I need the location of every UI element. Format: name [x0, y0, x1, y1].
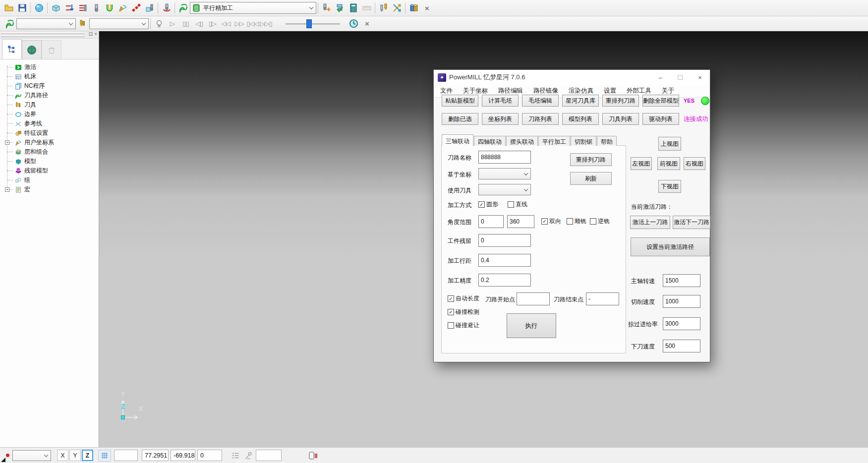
go-end-button[interactable]: ▷▷▯ [259, 17, 273, 30]
conventional-checkbox[interactable]: 逆铣 [590, 217, 610, 226]
dialog-close-button[interactable]: × [690, 70, 710, 85]
step-back-button[interactable]: ◁▯ [192, 17, 206, 30]
rearrange-button[interactable]: 重排列刀路 [570, 153, 612, 166]
rapid-heights-button[interactable] [62, 1, 76, 14]
tree-item-feature-sets[interactable]: 特征设置 [3, 128, 99, 138]
toolpath-name-input[interactable]: 888888 [478, 151, 531, 164]
tree-item-boundaries[interactable]: 边界 [3, 110, 99, 119]
execute-button[interactable]: 执行 [507, 313, 556, 338]
simulation-speed-slider[interactable] [286, 18, 340, 29]
tree-item-workplanes[interactable]: +用户坐标系 [3, 138, 99, 147]
grid-toggle-button[interactable] [98, 450, 111, 462]
pause-button[interactable]: ▯▯ [179, 17, 192, 30]
tab-4axis[interactable]: 四轴联动 [474, 136, 506, 146]
auto-length-checkbox[interactable]: ✓自动长度 [448, 294, 479, 303]
view-top-button[interactable]: 上视图 [658, 137, 681, 151]
stock-remain-input[interactable]: 0 [478, 234, 531, 247]
menu-external-tools[interactable]: 外部工具 [627, 87, 651, 95]
pattern-button[interactable] [129, 1, 143, 14]
tree-item-levels-sets[interactable]: 层和组合 [3, 147, 99, 157]
use-tool-combo[interactable] [478, 184, 531, 195]
menu-render-sim[interactable]: 渲染仿真 [569, 87, 593, 95]
tree-item-stock-models[interactable]: 残留模型 [3, 166, 99, 175]
tolerance-field[interactable] [256, 450, 282, 461]
tolerance-input[interactable]: 0.2 [478, 274, 531, 287]
delete-all-models-button[interactable]: 删除全部模型 [642, 95, 679, 107]
resize-grip[interactable] [1, 458, 5, 462]
end-point-input[interactable]: - [586, 292, 619, 305]
maximize-button[interactable] [670, 70, 690, 85]
search-forward-button[interactable]: ▷▷ [232, 17, 246, 30]
calculator-button[interactable] [347, 1, 360, 14]
collision-avoid-checkbox[interactable]: 碰撞避让 [448, 321, 479, 330]
tab-parallel[interactable]: 平行加工 [538, 136, 570, 146]
activate-prev-button[interactable]: 激活上一刀路 [630, 216, 670, 229]
close-panel-icon[interactable]: × [94, 31, 97, 37]
view-bottom-button[interactable]: 下视图 [658, 180, 681, 193]
tree-item-toolpaths[interactable]: 刀具路径 [3, 91, 99, 100]
toolpath-button[interactable] [176, 1, 190, 14]
tool-library-button[interactable]: 星河刀具库 [562, 95, 599, 107]
tool-pair-button[interactable] [377, 1, 390, 14]
tree-item-machine[interactable]: 机床 [3, 72, 99, 81]
shaded-view-button[interactable] [32, 1, 46, 14]
workplane-button[interactable] [116, 1, 129, 14]
simulation-toolpath-button[interactable] [3, 17, 16, 30]
tab-head-tilt[interactable]: 摆头联动 [506, 136, 538, 146]
climb-checkbox[interactable]: 顺铣 [567, 217, 586, 226]
simulation-tool-button2[interactable] [76, 17, 89, 30]
toolpath-list-button[interactable]: 刀路列表 [522, 113, 559, 125]
delete-selected-button[interactable]: 删除已选 [442, 113, 478, 125]
axis-z-button[interactable]: Z [82, 450, 93, 461]
toolbar-close-button[interactable]: × [420, 1, 434, 14]
dialog-titlebar[interactable]: ✦ PowerMILL 忆梦星河 7.0.6 – × [434, 70, 710, 85]
clipboard-phone-icon[interactable] [306, 450, 319, 462]
tree-item-tools[interactable]: 刀具 [3, 100, 99, 110]
expand-icon[interactable]: + [5, 140, 9, 145]
save-project-button[interactable] [15, 1, 29, 14]
go-start-button[interactable]: ▯◁◁ [246, 17, 259, 30]
boundary-button[interactable] [143, 1, 156, 14]
menu-path-edit[interactable]: 路径编辑 [498, 87, 523, 95]
collision-check-checkbox[interactable]: ✓碰撞检测 [448, 308, 479, 316]
paste-new-model-button[interactable]: 粘贴新模型 [442, 95, 478, 107]
bidirectional-checkbox[interactable]: ✓双向 [541, 217, 561, 226]
tree-item-models[interactable]: 模型 [3, 157, 99, 166]
measure-button[interactable] [360, 1, 373, 14]
spindle-speed-input[interactable]: 1500 [663, 274, 700, 287]
grid-size-field[interactable] [114, 450, 138, 461]
set-active-path-button[interactable]: 设置当前激活路径 [631, 237, 710, 256]
search-back-button[interactable]: ◁◁ [219, 17, 232, 30]
tool-button[interactable] [89, 1, 103, 14]
angle-to-input[interactable]: 360 [507, 215, 534, 228]
view-left-button[interactable]: 左视图 [631, 157, 652, 170]
simulation-toolpath-combo[interactable] [16, 18, 76, 29]
tab-3axis[interactable]: 三轴联动 [442, 134, 473, 146]
verify-toolpath-button[interactable] [333, 1, 347, 14]
based-coord-combo[interactable] [478, 168, 531, 179]
menu-coords[interactable]: 关于坐标 [463, 87, 488, 95]
tree-item-nc-programs[interactable]: NC程序 [3, 81, 99, 91]
tab-explorer-world[interactable] [22, 40, 42, 59]
drive-list-button[interactable]: 驱动列表 [642, 113, 679, 125]
mode-line-checkbox[interactable]: 直线 [508, 200, 527, 209]
toolbar2-close-button[interactable]: × [360, 17, 374, 30]
collision-check-button[interactable] [407, 1, 420, 14]
start-point-input[interactable] [517, 292, 550, 305]
leads-links-button[interactable] [103, 1, 116, 14]
tool-list-button[interactable]: 刀具列表 [602, 113, 639, 125]
tab-help[interactable]: 帮助 [597, 136, 617, 146]
mode-circle-checkbox[interactable]: ✓圆形 [478, 200, 498, 209]
menu-about[interactable]: 关于 [662, 87, 674, 95]
open-project-button[interactable] [2, 1, 15, 14]
simulate-entity-button[interactable] [320, 1, 333, 14]
minimize-button[interactable]: – [650, 70, 670, 85]
step-forward-button[interactable]: ▯▷ [206, 17, 219, 30]
menu-path-mirror[interactable]: 路径镜像 [533, 87, 558, 95]
angle-from-input[interactable]: 0 [478, 215, 504, 228]
coord-list-button[interactable]: 坐标列表 [482, 113, 519, 125]
tab-explorer-trash[interactable] [42, 40, 61, 59]
statusbar-combo[interactable] [12, 450, 51, 461]
tree-item-groups[interactable]: 组 [3, 175, 99, 185]
view-front-button[interactable]: 前视图 [657, 157, 680, 170]
